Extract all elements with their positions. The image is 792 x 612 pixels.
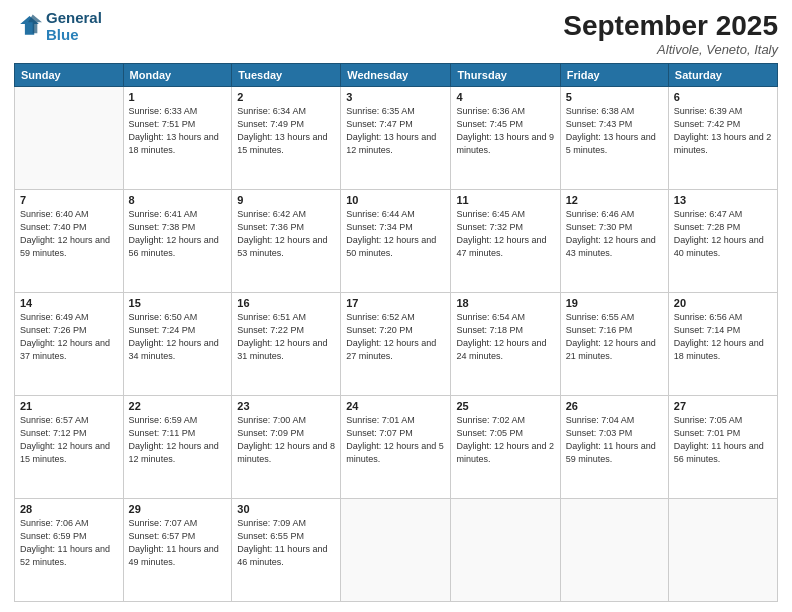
day-number: 9 [237, 194, 335, 206]
day-cell: 11Sunrise: 6:45 AMSunset: 7:32 PMDayligh… [451, 190, 560, 293]
day-cell: 29Sunrise: 7:07 AMSunset: 6:57 PMDayligh… [123, 499, 232, 602]
day-info: Sunrise: 6:59 AMSunset: 7:11 PMDaylight:… [129, 414, 227, 466]
col-header-friday: Friday [560, 64, 668, 87]
week-row-3: 14Sunrise: 6:49 AMSunset: 7:26 PMDayligh… [15, 293, 778, 396]
calendar-body: 1Sunrise: 6:33 AMSunset: 7:51 PMDaylight… [15, 87, 778, 602]
day-cell [560, 499, 668, 602]
day-number: 10 [346, 194, 445, 206]
day-number: 19 [566, 297, 663, 309]
day-number: 23 [237, 400, 335, 412]
day-number: 5 [566, 91, 663, 103]
calendar-header: SundayMondayTuesdayWednesdayThursdayFrid… [15, 64, 778, 87]
location: Altivole, Veneto, Italy [563, 42, 778, 57]
day-number: 8 [129, 194, 227, 206]
header-row: SundayMondayTuesdayWednesdayThursdayFrid… [15, 64, 778, 87]
day-info: Sunrise: 6:33 AMSunset: 7:51 PMDaylight:… [129, 105, 227, 157]
day-cell: 6Sunrise: 6:39 AMSunset: 7:42 PMDaylight… [668, 87, 777, 190]
day-info: Sunrise: 6:38 AMSunset: 7:43 PMDaylight:… [566, 105, 663, 157]
day-info: Sunrise: 6:39 AMSunset: 7:42 PMDaylight:… [674, 105, 772, 157]
day-cell: 5Sunrise: 6:38 AMSunset: 7:43 PMDaylight… [560, 87, 668, 190]
col-header-monday: Monday [123, 64, 232, 87]
day-number: 14 [20, 297, 118, 309]
logo-icon [14, 13, 42, 41]
day-number: 17 [346, 297, 445, 309]
day-cell: 15Sunrise: 6:50 AMSunset: 7:24 PMDayligh… [123, 293, 232, 396]
day-number: 29 [129, 503, 227, 515]
day-cell: 21Sunrise: 6:57 AMSunset: 7:12 PMDayligh… [15, 396, 124, 499]
col-header-thursday: Thursday [451, 64, 560, 87]
calendar-page: General Blue September 2025 Altivole, Ve… [0, 0, 792, 612]
day-cell: 16Sunrise: 6:51 AMSunset: 7:22 PMDayligh… [232, 293, 341, 396]
day-info: Sunrise: 6:42 AMSunset: 7:36 PMDaylight:… [237, 208, 335, 260]
day-number: 24 [346, 400, 445, 412]
day-cell: 23Sunrise: 7:00 AMSunset: 7:09 PMDayligh… [232, 396, 341, 499]
day-cell [668, 499, 777, 602]
day-cell: 13Sunrise: 6:47 AMSunset: 7:28 PMDayligh… [668, 190, 777, 293]
day-info: Sunrise: 6:55 AMSunset: 7:16 PMDaylight:… [566, 311, 663, 363]
week-row-4: 21Sunrise: 6:57 AMSunset: 7:12 PMDayligh… [15, 396, 778, 499]
day-cell: 14Sunrise: 6:49 AMSunset: 7:26 PMDayligh… [15, 293, 124, 396]
day-info: Sunrise: 6:34 AMSunset: 7:49 PMDaylight:… [237, 105, 335, 157]
day-info: Sunrise: 7:02 AMSunset: 7:05 PMDaylight:… [456, 414, 554, 466]
day-info: Sunrise: 6:49 AMSunset: 7:26 PMDaylight:… [20, 311, 118, 363]
day-info: Sunrise: 6:57 AMSunset: 7:12 PMDaylight:… [20, 414, 118, 466]
day-cell: 17Sunrise: 6:52 AMSunset: 7:20 PMDayligh… [341, 293, 451, 396]
logo-blue: Blue [46, 26, 79, 43]
col-header-sunday: Sunday [15, 64, 124, 87]
day-number: 21 [20, 400, 118, 412]
day-number: 2 [237, 91, 335, 103]
day-number: 6 [674, 91, 772, 103]
week-row-2: 7Sunrise: 6:40 AMSunset: 7:40 PMDaylight… [15, 190, 778, 293]
week-row-5: 28Sunrise: 7:06 AMSunset: 6:59 PMDayligh… [15, 499, 778, 602]
day-info: Sunrise: 7:09 AMSunset: 6:55 PMDaylight:… [237, 517, 335, 569]
week-row-1: 1Sunrise: 6:33 AMSunset: 7:51 PMDaylight… [15, 87, 778, 190]
day-cell: 28Sunrise: 7:06 AMSunset: 6:59 PMDayligh… [15, 499, 124, 602]
month-title: September 2025 [563, 10, 778, 42]
day-number: 18 [456, 297, 554, 309]
day-number: 1 [129, 91, 227, 103]
day-cell [15, 87, 124, 190]
day-cell: 18Sunrise: 6:54 AMSunset: 7:18 PMDayligh… [451, 293, 560, 396]
col-header-tuesday: Tuesday [232, 64, 341, 87]
day-number: 15 [129, 297, 227, 309]
day-number: 7 [20, 194, 118, 206]
day-number: 16 [237, 297, 335, 309]
day-cell: 24Sunrise: 7:01 AMSunset: 7:07 PMDayligh… [341, 396, 451, 499]
day-info: Sunrise: 7:01 AMSunset: 7:07 PMDaylight:… [346, 414, 445, 466]
day-cell: 7Sunrise: 6:40 AMSunset: 7:40 PMDaylight… [15, 190, 124, 293]
day-info: Sunrise: 6:50 AMSunset: 7:24 PMDaylight:… [129, 311, 227, 363]
day-number: 3 [346, 91, 445, 103]
day-info: Sunrise: 7:05 AMSunset: 7:01 PMDaylight:… [674, 414, 772, 466]
calendar-table: SundayMondayTuesdayWednesdayThursdayFrid… [14, 63, 778, 602]
day-info: Sunrise: 6:45 AMSunset: 7:32 PMDaylight:… [456, 208, 554, 260]
day-number: 11 [456, 194, 554, 206]
day-info: Sunrise: 7:07 AMSunset: 6:57 PMDaylight:… [129, 517, 227, 569]
day-cell: 26Sunrise: 7:04 AMSunset: 7:03 PMDayligh… [560, 396, 668, 499]
header: General Blue September 2025 Altivole, Ve… [14, 10, 778, 57]
day-info: Sunrise: 6:41 AMSunset: 7:38 PMDaylight:… [129, 208, 227, 260]
day-cell: 22Sunrise: 6:59 AMSunset: 7:11 PMDayligh… [123, 396, 232, 499]
day-cell: 20Sunrise: 6:56 AMSunset: 7:14 PMDayligh… [668, 293, 777, 396]
day-cell [451, 499, 560, 602]
title-area: September 2025 Altivole, Veneto, Italy [563, 10, 778, 57]
day-cell: 8Sunrise: 6:41 AMSunset: 7:38 PMDaylight… [123, 190, 232, 293]
day-info: Sunrise: 6:47 AMSunset: 7:28 PMDaylight:… [674, 208, 772, 260]
day-info: Sunrise: 6:36 AMSunset: 7:45 PMDaylight:… [456, 105, 554, 157]
logo-general: General [46, 9, 102, 26]
day-cell: 1Sunrise: 6:33 AMSunset: 7:51 PMDaylight… [123, 87, 232, 190]
day-cell: 4Sunrise: 6:36 AMSunset: 7:45 PMDaylight… [451, 87, 560, 190]
day-number: 27 [674, 400, 772, 412]
day-info: Sunrise: 6:40 AMSunset: 7:40 PMDaylight:… [20, 208, 118, 260]
day-number: 13 [674, 194, 772, 206]
day-cell: 12Sunrise: 6:46 AMSunset: 7:30 PMDayligh… [560, 190, 668, 293]
day-cell: 19Sunrise: 6:55 AMSunset: 7:16 PMDayligh… [560, 293, 668, 396]
logo: General Blue [14, 10, 102, 43]
day-info: Sunrise: 7:04 AMSunset: 7:03 PMDaylight:… [566, 414, 663, 466]
day-cell: 27Sunrise: 7:05 AMSunset: 7:01 PMDayligh… [668, 396, 777, 499]
day-cell: 25Sunrise: 7:02 AMSunset: 7:05 PMDayligh… [451, 396, 560, 499]
day-number: 22 [129, 400, 227, 412]
day-number: 25 [456, 400, 554, 412]
col-header-wednesday: Wednesday [341, 64, 451, 87]
day-number: 26 [566, 400, 663, 412]
day-info: Sunrise: 6:44 AMSunset: 7:34 PMDaylight:… [346, 208, 445, 260]
